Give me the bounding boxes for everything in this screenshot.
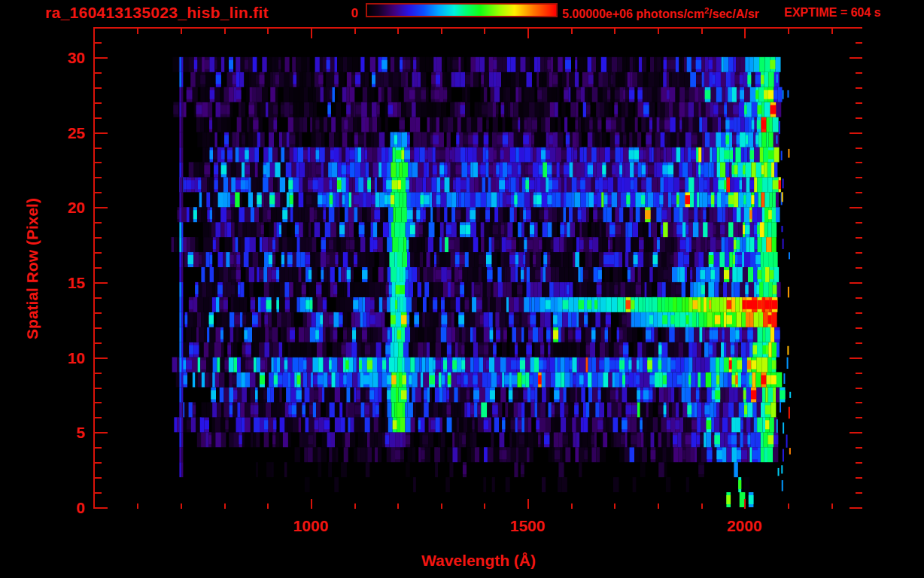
y-tick-label: 0 [40,499,85,517]
axis-tick [856,222,862,224]
axis-tick [658,29,659,34]
axis-tick [856,252,862,254]
axis-tick [527,499,529,509]
axis-tick [95,447,102,449]
axis-tick [95,222,102,224]
axis-tick [137,503,138,509]
axis-tick [397,29,399,34]
axis-tick [856,388,862,389]
y-axis-title: Spatial Row (Pixel) [23,198,41,339]
axis-tick [95,327,102,329]
axis-tick [744,499,746,509]
axis-tick [181,29,182,34]
axis-tick [484,503,485,509]
axis-tick [856,87,862,89]
axis-tick [137,29,138,34]
axis-tick [95,477,102,479]
file-title: ra_160413135023_hisb_lin.fit [45,4,269,22]
axis-tick [95,432,108,434]
axis-tick [856,462,862,464]
axis-tick [856,447,862,449]
axis-tick [614,503,615,509]
axis-tick [224,503,226,509]
axis-tick [95,507,108,509]
axis-tick [95,237,102,239]
axis-tick [441,29,442,34]
axis-tick [95,162,102,163]
axis-tick [95,117,102,119]
axis-tick [856,237,862,239]
axis-tick [95,282,108,284]
axis-tick [95,417,102,418]
axis-tick [856,102,862,104]
axis-tick [95,87,102,89]
axis-tick [856,417,862,418]
axis-tick [571,503,573,509]
axis-tick [95,388,102,389]
axis-tick [95,402,102,403]
exptime-label: EXPTIME = 604 s [784,6,881,20]
axis-tick [484,29,485,34]
axis-tick [856,42,862,44]
axis-tick [95,72,102,74]
axis-tick [95,252,102,254]
axis-tick [95,207,108,208]
axis-tick [744,29,746,38]
colorbar-max-label: 5.00000e+06 photons/cm2/sec/A/sr [562,6,759,21]
x-tick-label: 1500 [510,517,546,535]
axis-tick [850,132,862,134]
axis-tick [856,72,862,74]
axis-tick [614,29,615,34]
axis-tick [397,503,399,509]
axis-tick [701,29,703,34]
axis-tick [354,29,356,34]
axis-tick [95,373,102,374]
colorbar-units-post: /sec/A/sr [709,8,759,20]
y-tick-label: 15 [40,274,85,292]
axis-tick [95,492,102,494]
axis-tick [850,507,862,509]
axis-tick [181,503,182,509]
axis-tick [527,29,529,38]
x-tick-label: 1000 [293,517,329,535]
axis-tick [658,503,659,509]
axis-tick [856,492,862,494]
axis-tick [850,432,862,434]
axis-tick [850,357,862,359]
spectrogram-viewer-window: ra_160413135023_hisb_lin.fit 0 5.00000e+… [0,0,924,578]
axis-tick [95,177,102,178]
colorbar-gradient [366,3,558,17]
axis-tick [95,312,102,314]
axis-tick [267,503,269,509]
axis-tick [850,282,862,284]
axis-tick [95,342,102,344]
axis-tick [850,57,862,59]
axis-tick [95,462,102,464]
axis-tick [95,102,102,104]
axis-tick [95,297,102,299]
axis-tick [856,327,862,329]
axis-tick [311,29,312,38]
axis-tick [95,192,102,193]
axis-tick [788,503,789,509]
axis-tick [831,503,833,509]
axis-tick [856,477,862,479]
axis-tick [856,297,862,299]
y-tick-label: 10 [40,349,85,367]
axis-tick [856,148,862,149]
axis-tick [856,177,862,178]
axis-tick [571,29,573,34]
y-tick-label: 25 [40,124,85,142]
y-tick-label: 30 [40,49,85,67]
axis-tick [856,342,862,344]
axis-tick [311,499,312,509]
axis-tick [856,162,862,163]
axis-tick [856,267,862,269]
axis-tick [95,57,108,59]
axis-tick [354,503,356,509]
axis-tick [856,402,862,403]
x-axis-title: Wavelength (Å) [421,552,536,570]
axis-tick [441,503,442,509]
axis-tick [701,503,703,509]
axis-tick [856,117,862,119]
